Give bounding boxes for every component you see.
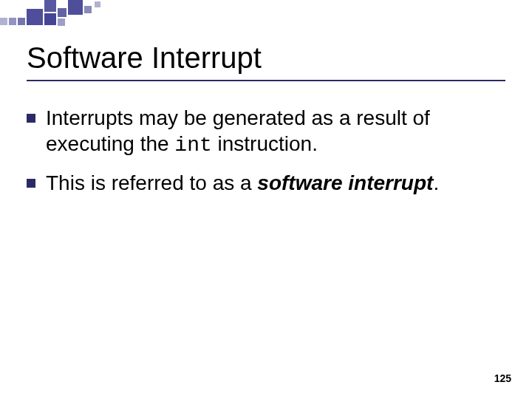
bullet-text: This is referred to as a software interr…	[46, 170, 439, 196]
code-token: int	[174, 134, 211, 157]
corner-decoration	[0, 0, 148, 30]
bullet-text-post: instruction.	[212, 132, 318, 155]
bullet-item: This is referred to as a software interr…	[27, 170, 505, 196]
bullet-text-post: .	[433, 171, 439, 194]
page-number: 125	[494, 372, 511, 384]
bullet-text-pre: This is referred to as a	[46, 171, 257, 194]
slide-body: Interrupts may be generated as a result …	[27, 105, 505, 208]
bullet-item: Interrupts may be generated as a result …	[27, 105, 505, 158]
bullet-marker-icon	[27, 114, 35, 123]
bullet-marker-icon	[27, 179, 35, 188]
title-underline	[27, 80, 505, 81]
slide-title: Software Interrupt	[27, 41, 262, 75]
bullet-text: Interrupts may be generated as a result …	[46, 105, 505, 158]
emphasized-term: software interrupt	[257, 171, 433, 194]
